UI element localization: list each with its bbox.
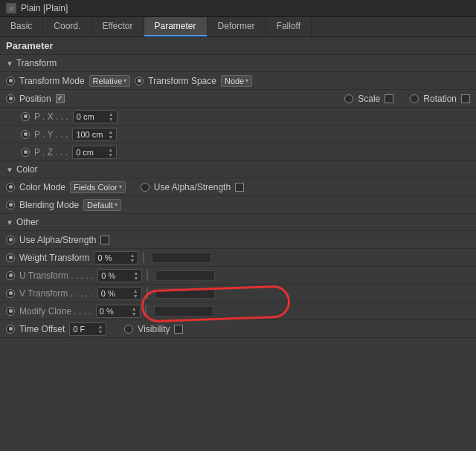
other-use-alpha-radio[interactable] — [6, 236, 15, 244]
weight-transform-radio[interactable] — [6, 253, 15, 262]
chevron-down-icon: ▾ — [123, 77, 126, 84]
content-area: ▼ Transform Transform Mode Relative ▾ Tr… — [0, 55, 476, 338]
px-row: P . X . . . 0 cm ▲▼ — [0, 108, 476, 126]
visibility-radio[interactable] — [124, 325, 133, 334]
v-spinners[interactable]: ▲▼ — [133, 288, 138, 299]
chevron-down-icon2: ▾ — [245, 77, 248, 84]
py-radio[interactable] — [21, 130, 30, 139]
px-input[interactable]: 0 cm ▲▼ — [73, 110, 118, 123]
tab-bar: Basic Coord. Effector Parameter Deformer… — [0, 17, 476, 37]
section-title: Parameter — [0, 37, 476, 55]
color-mode-radio[interactable] — [6, 183, 15, 192]
color-mode-row: Color Mode Fields Color ▾ Use Alpha/Stre… — [0, 178, 476, 196]
visibility-label: Visibility — [138, 324, 170, 334]
pz-spinners[interactable]: ▲▼ — [108, 147, 113, 158]
transform-group: ▼ Transform Transform Mode Relative ▾ Tr… — [0, 55, 476, 161]
px-spinners[interactable]: ▲▼ — [109, 111, 114, 122]
time-offset-input[interactable]: 0 F ▲▼ — [69, 322, 106, 336]
scale-radio[interactable] — [344, 94, 353, 103]
blending-mode-select[interactable]: Default ▾ — [83, 199, 121, 211]
modify-clone-divider — [145, 305, 147, 317]
color-mode-label: Color Mode — [19, 182, 65, 192]
tab-coord[interactable]: Coord. — [43, 17, 91, 36]
time-offset-radio[interactable] — [6, 325, 15, 334]
use-alpha-radio[interactable] — [141, 183, 149, 192]
other-group-header[interactable]: ▼ Other — [0, 214, 476, 231]
pz-row: P . Z . . . 0 cm ▲▼ — [0, 143, 476, 161]
color-group-label: Color — [16, 164, 38, 175]
modify-clone-radio[interactable] — [6, 307, 15, 316]
position-label: Position — [19, 94, 51, 104]
color-group: ▼ Color Color Mode Fields Color ▾ Use Al… — [0, 161, 476, 214]
pz-radio[interactable] — [21, 148, 30, 157]
other-group: ▼ Other Use Alpha/Strength Weight Transf… — [0, 214, 476, 338]
weight-divider — [143, 252, 144, 263]
position-checkbox[interactable] — [56, 94, 65, 103]
other-use-alpha-label: Use Alpha/Strength — [19, 235, 96, 245]
time-offset-spinners[interactable]: ▲▼ — [97, 324, 103, 334]
py-input[interactable]: 100 cm ▲▼ — [72, 128, 117, 141]
transform-group-label: Transform — [16, 58, 57, 68]
time-offset-visibility-row: Time Offset 0 F ▲▼ Visibility — [0, 320, 476, 338]
transform-group-header[interactable]: ▼ Transform — [0, 55, 476, 72]
v-progress-bar — [155, 288, 215, 299]
py-label: P . Y . . . — [34, 129, 68, 140]
window-icon: ⊙ — [6, 3, 16, 13]
transform-arrow-icon: ▼ — [6, 59, 13, 68]
modify-clone-input[interactable]: 0 % ▲▼ — [96, 305, 141, 318]
px-label: P . X . . . — [34, 111, 68, 122]
time-offset-label: Time Offset — [19, 324, 65, 334]
tab-effector[interactable]: Effector — [91, 17, 144, 36]
chevron-down-icon3: ▾ — [119, 184, 122, 190]
u-spinners[interactable]: ▲▼ — [133, 270, 138, 281]
pz-label: P . Z . . . — [34, 147, 68, 158]
color-arrow-icon: ▼ — [6, 166, 13, 174]
transform-mode-row: Transform Mode Relative ▾ Transform Spac… — [0, 72, 476, 90]
transform-mode-label: Transform Mode — [19, 76, 85, 86]
tab-parameter[interactable]: Parameter — [144, 17, 208, 36]
title-bar: ⊙ Plain [Plain] — [0, 0, 476, 17]
transform-space-radio[interactable] — [135, 77, 144, 85]
modify-clone-label: Modify Clone . . . . — [19, 306, 91, 317]
color-group-header[interactable]: ▼ Color — [0, 161, 476, 178]
tab-basic[interactable]: Basic — [0, 17, 43, 36]
use-alpha-checkbox[interactable] — [235, 183, 244, 192]
other-use-alpha-checkbox[interactable] — [100, 236, 109, 244]
pz-input[interactable]: 0 cm ▲▼ — [72, 146, 117, 159]
weight-transform-label: Weight Transform — [19, 253, 89, 263]
u-transform-radio[interactable] — [6, 271, 15, 280]
chevron-down-icon4: ▾ — [115, 201, 118, 208]
position-radio[interactable] — [6, 94, 15, 103]
blending-mode-label: Blending Mode — [19, 200, 79, 210]
tab-falloff[interactable]: Falloff — [266, 17, 312, 36]
window-title: Plain [Plain] — [21, 3, 68, 13]
other-group-label: Other — [16, 217, 39, 227]
py-row: P . Y . . . 100 cm ▲▼ — [0, 126, 476, 143]
color-mode-select[interactable]: Fields Color ▾ — [70, 181, 126, 193]
weight-progress-bar — [152, 253, 211, 263]
visibility-checkbox[interactable] — [174, 325, 183, 334]
rotation-radio[interactable] — [410, 94, 419, 103]
u-transform-input[interactable]: 0 % ▲▼ — [97, 269, 142, 282]
modify-clone-progress-bar — [154, 306, 213, 317]
weight-transform-input[interactable]: 0 % ▲▼ — [94, 251, 138, 265]
u-progress-bar — [155, 270, 215, 281]
scale-label: Scale — [358, 94, 380, 104]
rotation-checkbox[interactable] — [461, 94, 470, 103]
blending-mode-radio[interactable] — [6, 201, 15, 210]
tab-deformer[interactable]: Deformer — [208, 17, 266, 36]
v-transform-row: V Transform . . . . . 0 % ▲▼ — [0, 285, 476, 302]
other-use-alpha-row: Use Alpha/Strength — [0, 231, 476, 249]
u-transform-row: U Transform . . . . . 0 % ▲▼ — [0, 267, 476, 285]
transform-mode-select[interactable]: Relative ▾ — [89, 75, 131, 87]
v-transform-radio[interactable] — [6, 289, 15, 298]
transform-space-select[interactable]: Node ▾ — [221, 75, 252, 87]
weight-spinners[interactable]: ▲▼ — [130, 253, 135, 263]
modify-clone-spinners[interactable]: ▲▼ — [132, 306, 137, 317]
transform-mode-radio[interactable] — [6, 77, 15, 85]
scale-checkbox[interactable] — [385, 94, 393, 103]
px-radio[interactable] — [21, 112, 30, 121]
v-transform-input[interactable]: 0 % ▲▼ — [97, 287, 142, 300]
py-spinners[interactable]: ▲▼ — [108, 129, 113, 140]
transform-space-label: Transform Space — [148, 76, 216, 86]
